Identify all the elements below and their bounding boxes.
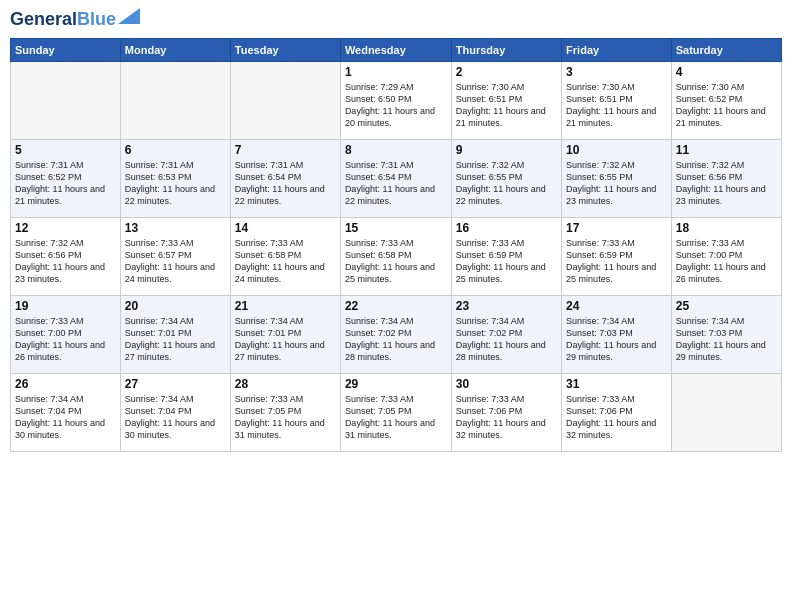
- day-info: Sunrise: 7:34 AMSunset: 7:04 PMDaylight:…: [15, 393, 116, 442]
- day-number: 8: [345, 143, 447, 157]
- day-info: Sunrise: 7:31 AMSunset: 6:53 PMDaylight:…: [125, 159, 226, 208]
- day-number: 28: [235, 377, 336, 391]
- calendar-cell: 5Sunrise: 7:31 AMSunset: 6:52 PMDaylight…: [11, 139, 121, 217]
- calendar-cell: 10Sunrise: 7:32 AMSunset: 6:55 PMDayligh…: [562, 139, 672, 217]
- day-info: Sunrise: 7:33 AMSunset: 6:59 PMDaylight:…: [456, 237, 557, 286]
- calendar-cell: [11, 61, 121, 139]
- day-number: 4: [676, 65, 777, 79]
- day-info: Sunrise: 7:34 AMSunset: 7:02 PMDaylight:…: [345, 315, 447, 364]
- day-info: Sunrise: 7:33 AMSunset: 7:06 PMDaylight:…: [566, 393, 667, 442]
- calendar-cell: 29Sunrise: 7:33 AMSunset: 7:05 PMDayligh…: [340, 373, 451, 451]
- calendar-cell: 24Sunrise: 7:34 AMSunset: 7:03 PMDayligh…: [562, 295, 672, 373]
- calendar: SundayMondayTuesdayWednesdayThursdayFrid…: [10, 38, 782, 452]
- day-info: Sunrise: 7:34 AMSunset: 7:03 PMDaylight:…: [566, 315, 667, 364]
- day-number: 2: [456, 65, 557, 79]
- calendar-cell: 16Sunrise: 7:33 AMSunset: 6:59 PMDayligh…: [451, 217, 561, 295]
- calendar-cell: [120, 61, 230, 139]
- weekday-tuesday: Tuesday: [230, 38, 340, 61]
- calendar-cell: 7Sunrise: 7:31 AMSunset: 6:54 PMDaylight…: [230, 139, 340, 217]
- logo-icon: [118, 8, 140, 24]
- day-number: 31: [566, 377, 667, 391]
- week-row-3: 12Sunrise: 7:32 AMSunset: 6:56 PMDayligh…: [11, 217, 782, 295]
- day-number: 13: [125, 221, 226, 235]
- day-info: Sunrise: 7:34 AMSunset: 7:02 PMDaylight:…: [456, 315, 557, 364]
- calendar-cell: 22Sunrise: 7:34 AMSunset: 7:02 PMDayligh…: [340, 295, 451, 373]
- day-number: 10: [566, 143, 667, 157]
- calendar-cell: 25Sunrise: 7:34 AMSunset: 7:03 PMDayligh…: [671, 295, 781, 373]
- logo-text: GeneralBlue: [10, 10, 116, 30]
- day-info: Sunrise: 7:33 AMSunset: 6:59 PMDaylight:…: [566, 237, 667, 286]
- day-number: 17: [566, 221, 667, 235]
- calendar-cell: 9Sunrise: 7:32 AMSunset: 6:55 PMDaylight…: [451, 139, 561, 217]
- header: GeneralBlue: [10, 10, 782, 30]
- day-info: Sunrise: 7:33 AMSunset: 6:58 PMDaylight:…: [345, 237, 447, 286]
- day-number: 24: [566, 299, 667, 313]
- weekday-thursday: Thursday: [451, 38, 561, 61]
- calendar-cell: 2Sunrise: 7:30 AMSunset: 6:51 PMDaylight…: [451, 61, 561, 139]
- calendar-cell: 8Sunrise: 7:31 AMSunset: 6:54 PMDaylight…: [340, 139, 451, 217]
- day-number: 20: [125, 299, 226, 313]
- day-info: Sunrise: 7:31 AMSunset: 6:54 PMDaylight:…: [235, 159, 336, 208]
- day-info: Sunrise: 7:33 AMSunset: 7:06 PMDaylight:…: [456, 393, 557, 442]
- weekday-wednesday: Wednesday: [340, 38, 451, 61]
- day-info: Sunrise: 7:31 AMSunset: 6:52 PMDaylight:…: [15, 159, 116, 208]
- calendar-cell: 27Sunrise: 7:34 AMSunset: 7:04 PMDayligh…: [120, 373, 230, 451]
- svg-marker-0: [118, 8, 140, 24]
- calendar-cell: 12Sunrise: 7:32 AMSunset: 6:56 PMDayligh…: [11, 217, 121, 295]
- week-row-5: 26Sunrise: 7:34 AMSunset: 7:04 PMDayligh…: [11, 373, 782, 451]
- calendar-cell: [230, 61, 340, 139]
- calendar-cell: 31Sunrise: 7:33 AMSunset: 7:06 PMDayligh…: [562, 373, 672, 451]
- calendar-cell: 3Sunrise: 7:30 AMSunset: 6:51 PMDaylight…: [562, 61, 672, 139]
- day-info: Sunrise: 7:32 AMSunset: 6:56 PMDaylight:…: [676, 159, 777, 208]
- day-number: 30: [456, 377, 557, 391]
- day-number: 27: [125, 377, 226, 391]
- day-info: Sunrise: 7:29 AMSunset: 6:50 PMDaylight:…: [345, 81, 447, 130]
- calendar-cell: 4Sunrise: 7:30 AMSunset: 6:52 PMDaylight…: [671, 61, 781, 139]
- day-number: 5: [15, 143, 116, 157]
- calendar-cell: 14Sunrise: 7:33 AMSunset: 6:58 PMDayligh…: [230, 217, 340, 295]
- weekday-monday: Monday: [120, 38, 230, 61]
- weekday-header-row: SundayMondayTuesdayWednesdayThursdayFrid…: [11, 38, 782, 61]
- day-number: 18: [676, 221, 777, 235]
- day-number: 16: [456, 221, 557, 235]
- page: GeneralBlue SundayMondayTuesdayWednesday…: [0, 0, 792, 612]
- calendar-cell: [671, 373, 781, 451]
- day-info: Sunrise: 7:33 AMSunset: 7:00 PMDaylight:…: [15, 315, 116, 364]
- day-number: 9: [456, 143, 557, 157]
- day-number: 14: [235, 221, 336, 235]
- day-info: Sunrise: 7:30 AMSunset: 6:51 PMDaylight:…: [456, 81, 557, 130]
- day-info: Sunrise: 7:32 AMSunset: 6:56 PMDaylight:…: [15, 237, 116, 286]
- calendar-cell: 30Sunrise: 7:33 AMSunset: 7:06 PMDayligh…: [451, 373, 561, 451]
- day-info: Sunrise: 7:34 AMSunset: 7:03 PMDaylight:…: [676, 315, 777, 364]
- day-number: 7: [235, 143, 336, 157]
- calendar-cell: 21Sunrise: 7:34 AMSunset: 7:01 PMDayligh…: [230, 295, 340, 373]
- day-number: 22: [345, 299, 447, 313]
- day-number: 1: [345, 65, 447, 79]
- week-row-1: 1Sunrise: 7:29 AMSunset: 6:50 PMDaylight…: [11, 61, 782, 139]
- day-number: 26: [15, 377, 116, 391]
- day-number: 21: [235, 299, 336, 313]
- day-number: 19: [15, 299, 116, 313]
- day-info: Sunrise: 7:32 AMSunset: 6:55 PMDaylight:…: [566, 159, 667, 208]
- calendar-cell: 13Sunrise: 7:33 AMSunset: 6:57 PMDayligh…: [120, 217, 230, 295]
- calendar-cell: 15Sunrise: 7:33 AMSunset: 6:58 PMDayligh…: [340, 217, 451, 295]
- day-info: Sunrise: 7:34 AMSunset: 7:01 PMDaylight:…: [235, 315, 336, 364]
- day-info: Sunrise: 7:30 AMSunset: 6:51 PMDaylight:…: [566, 81, 667, 130]
- day-info: Sunrise: 7:33 AMSunset: 6:58 PMDaylight:…: [235, 237, 336, 286]
- day-info: Sunrise: 7:32 AMSunset: 6:55 PMDaylight:…: [456, 159, 557, 208]
- calendar-cell: 18Sunrise: 7:33 AMSunset: 7:00 PMDayligh…: [671, 217, 781, 295]
- calendar-cell: 26Sunrise: 7:34 AMSunset: 7:04 PMDayligh…: [11, 373, 121, 451]
- day-info: Sunrise: 7:34 AMSunset: 7:01 PMDaylight:…: [125, 315, 226, 364]
- day-info: Sunrise: 7:33 AMSunset: 6:57 PMDaylight:…: [125, 237, 226, 286]
- week-row-2: 5Sunrise: 7:31 AMSunset: 6:52 PMDaylight…: [11, 139, 782, 217]
- calendar-cell: 1Sunrise: 7:29 AMSunset: 6:50 PMDaylight…: [340, 61, 451, 139]
- weekday-friday: Friday: [562, 38, 672, 61]
- day-info: Sunrise: 7:33 AMSunset: 7:05 PMDaylight:…: [235, 393, 336, 442]
- day-number: 11: [676, 143, 777, 157]
- weekday-saturday: Saturday: [671, 38, 781, 61]
- day-number: 6: [125, 143, 226, 157]
- calendar-cell: 28Sunrise: 7:33 AMSunset: 7:05 PMDayligh…: [230, 373, 340, 451]
- weekday-sunday: Sunday: [11, 38, 121, 61]
- week-row-4: 19Sunrise: 7:33 AMSunset: 7:00 PMDayligh…: [11, 295, 782, 373]
- calendar-cell: 20Sunrise: 7:34 AMSunset: 7:01 PMDayligh…: [120, 295, 230, 373]
